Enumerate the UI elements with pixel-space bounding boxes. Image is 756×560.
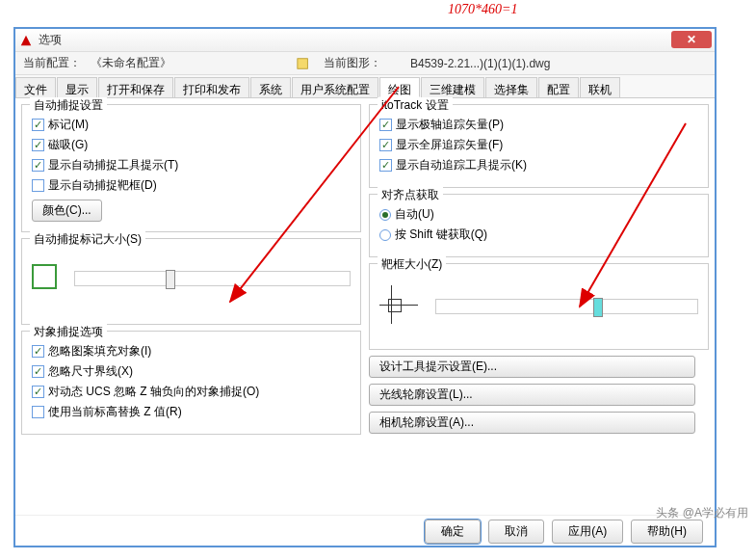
tab-system[interactable]: 系统: [250, 77, 291, 97]
auto-label: 自动(U): [395, 206, 434, 223]
replacez-checkbox[interactable]: [32, 406, 44, 418]
ignore-ext-checkbox[interactable]: [32, 365, 44, 378]
tab-online[interactable]: 联机: [580, 77, 620, 97]
annotation-text: 1070*460=1: [448, 2, 517, 17]
current-drawing-label: 当前图形：: [324, 55, 381, 71]
dialog-title: 选项: [39, 32, 62, 48]
polar-label: 显示极轴追踪矢量(P): [396, 117, 504, 133]
aperture-box-label: 显示自动捕捉靶框(D): [48, 177, 157, 194]
ok-button[interactable]: 确定: [425, 520, 481, 544]
help-button[interactable]: 帮助(H): [631, 520, 703, 544]
aperture-size-slider[interactable]: [435, 299, 698, 314]
options-dialog: 选项 ✕ 当前配置： 《未命名配置》 当前图形： B4539-2.21...)(…: [13, 27, 717, 547]
auto-radio[interactable]: [379, 209, 391, 221]
app-icon: [19, 34, 33, 47]
group-legend: 自动捕捉标记大小(S): [30, 231, 145, 248]
design-tooltip-button[interactable]: 设计工具提示设置(E)...: [369, 356, 695, 378]
group-legend: 自动捕捉设置: [30, 97, 107, 114]
tab-bar: 文件 显示 打开和保存 打印和发布 系统 用户系统配置 绘图 三维建模 选择集 …: [15, 75, 715, 98]
right-column: itoTrack 设置 显示极轴追踪矢量(P) 显示全屏追踪矢量(F) 显示自动…: [369, 104, 709, 509]
tab-drafting[interactable]: 绘图: [379, 77, 420, 97]
current-profile-label: 当前配置：: [23, 55, 81, 71]
magnet-checkbox[interactable]: [32, 139, 44, 151]
aperture-preview: [379, 285, 418, 324]
camera-settings-button[interactable]: 相机轮廓设置(A)...: [369, 412, 695, 434]
marker-checkbox[interactable]: [32, 119, 44, 131]
tab-profiles[interactable]: 配置: [538, 77, 579, 97]
tab-content: 自动捕捉设置 标记(M) 磁吸(G) 显示自动捕捉工具提示(T) 显示自动捕捉靶…: [15, 98, 715, 515]
replacez-label: 使用当前标高替换 Z 值(R): [48, 404, 182, 420]
autosnap-settings-group: 自动捕捉设置 标记(M) 磁吸(G) 显示自动捕捉工具提示(T) 显示自动捕捉靶…: [21, 104, 361, 232]
ignore-ext-label: 忽略尺寸界线(X): [48, 363, 133, 380]
magnet-label: 磁吸(G): [48, 137, 88, 153]
profile-row: 当前配置： 《未命名配置》 当前图形： B4539-2.21...)(1)(1)…: [15, 52, 715, 75]
ignore-hatch-checkbox[interactable]: [32, 345, 44, 358]
close-button[interactable]: ✕: [671, 31, 712, 48]
osnap-options-group: 对象捕捉选项 忽略图案填充对象(I) 忽略尺寸界线(X) 对动态 UCS 忽略 …: [21, 331, 361, 435]
dynucs-label: 对动态 UCS 忽略 Z 轴负向的对象捕捉(O): [48, 384, 259, 400]
watermark-text: 头条 @A学必有用: [656, 505, 748, 521]
marker-label: 标记(M): [48, 117, 89, 133]
group-legend: 对象捕捉选项: [30, 324, 107, 340]
group-legend: 靶框大小(Z): [378, 256, 446, 273]
titlebar: 选项 ✕: [15, 29, 715, 52]
tab-opensave[interactable]: 打开和保存: [98, 77, 173, 97]
tab-plot[interactable]: 打印和发布: [174, 77, 249, 97]
color-button[interactable]: 颜色(C)...: [32, 200, 102, 222]
current-drawing-value: B4539-2.21...)(1)(1)(1).dwg: [410, 57, 550, 70]
aperture-box-checkbox[interactable]: [32, 179, 44, 192]
autotrack-tooltip-checkbox[interactable]: [379, 159, 392, 172]
dialog-footer: 确定 取消 应用(A) 帮助(H): [15, 515, 715, 547]
left-column: 自动捕捉设置 标记(M) 磁吸(G) 显示自动捕捉工具提示(T) 显示自动捕捉靶…: [21, 104, 361, 509]
current-profile-value: 《未命名配置》: [91, 55, 171, 71]
tab-selection[interactable]: 选择集: [485, 77, 537, 97]
marker-preview: [32, 264, 57, 289]
group-legend: 对齐点获取: [378, 187, 443, 203]
tab-file[interactable]: 文件: [15, 77, 56, 97]
tab-userprefs[interactable]: 用户系统配置: [292, 77, 378, 97]
glow-settings-button[interactable]: 光线轮廓设置(L)...: [369, 384, 695, 406]
apply-button[interactable]: 应用(A): [552, 520, 623, 544]
polar-checkbox[interactable]: [379, 119, 392, 131]
fullscreen-label: 显示全屏追踪矢量(F): [396, 137, 503, 153]
autosnap-tooltip-label: 显示自动捕捉工具提示(T): [48, 157, 178, 173]
cancel-button[interactable]: 取消: [488, 520, 544, 544]
autosnap-tooltip-checkbox[interactable]: [32, 159, 44, 172]
aperture-size-group: 靶框大小(Z): [369, 263, 709, 350]
ignore-hatch-label: 忽略图案填充对象(I): [48, 343, 151, 360]
shift-radio[interactable]: [379, 229, 391, 241]
autotrack-tooltip-label: 显示自动追踪工具提示(K): [396, 157, 527, 173]
fullscreen-checkbox[interactable]: [379, 139, 392, 151]
tab-display[interactable]: 显示: [57, 77, 97, 97]
marker-size-group: 自动捕捉标记大小(S): [21, 238, 361, 325]
dynucs-checkbox[interactable]: [32, 386, 44, 398]
shift-label: 按 Shift 键获取(Q): [395, 227, 487, 243]
autotrack-group: itoTrack 设置 显示极轴追踪矢量(P) 显示全屏追踪矢量(F) 显示自动…: [369, 104, 709, 188]
svg-rect-3: [298, 58, 308, 68]
drawing-icon: [297, 57, 310, 70]
alignment-group: 对齐点获取 自动(U) 按 Shift 键获取(Q): [369, 194, 709, 257]
tab-3dmodel[interactable]: 三维建模: [421, 77, 484, 97]
group-legend: itoTrack 设置: [378, 97, 453, 114]
marker-size-slider[interactable]: [74, 271, 351, 286]
